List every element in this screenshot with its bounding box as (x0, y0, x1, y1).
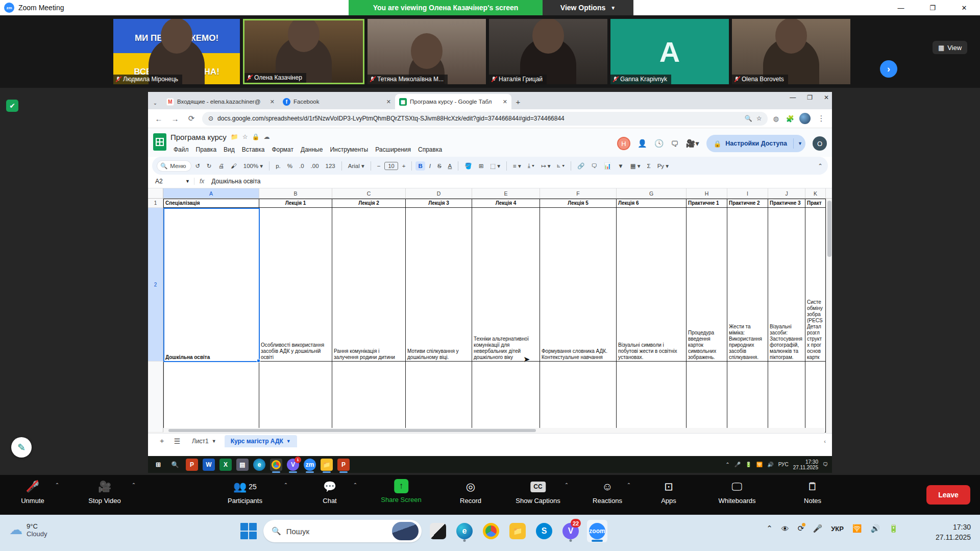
cell-i3[interactable] (727, 362, 768, 433)
participant-tile[interactable]: Тетяна Миколаївна М... (368, 19, 486, 84)
browser-restore-button[interactable]: ❐ (807, 94, 813, 101)
cell-i1[interactable]: Практичне 2 (727, 199, 768, 208)
cell-h2[interactable]: Процедура введення карток символьних зоб… (687, 208, 727, 362)
cell-e1[interactable]: Лекція 4 (472, 199, 540, 208)
search-highlight-image[interactable] (392, 522, 419, 540)
sheet-tab-list1[interactable]: Лист1 ▼ (186, 435, 223, 447)
text-color-button[interactable]: A (446, 161, 455, 171)
row-header-2[interactable]: 2 (148, 208, 163, 362)
borders-button[interactable]: ⊞ (476, 161, 486, 171)
tray-battery-icon[interactable]: 🔋 (889, 524, 898, 533)
edge-icon[interactable]: e (454, 520, 475, 542)
move-folder-icon[interactable]: 📁 (231, 133, 238, 140)
viber-icon[interactable]: V22 (560, 520, 581, 542)
cell-a3[interactable] (163, 362, 259, 433)
tray-volume-icon[interactable]: 🔊 (767, 462, 773, 467)
tab-facebook[interactable]: f Facebook ✕ (279, 94, 395, 109)
record-button[interactable]: ◎ Record (460, 479, 481, 505)
tab-sheets-active[interactable]: ▦ Програма курсу - Google Табл ✕ (395, 94, 511, 109)
cell-e3[interactable] (472, 362, 540, 433)
undo-icon[interactable]: ↺ (192, 161, 203, 171)
cell-c2[interactable]: Рання комунікація і залучення родини дит… (332, 208, 406, 362)
insert-link-button[interactable]: 🔗 (575, 161, 587, 171)
select-all-corner[interactable] (148, 188, 163, 198)
unmute-button[interactable]: 🎤 Unmute (21, 479, 44, 505)
cell-f1[interactable]: Лекція 5 (540, 199, 617, 208)
close-button[interactable]: ✕ (948, 0, 980, 15)
cell-h3[interactable] (687, 362, 727, 433)
formula-input[interactable]: Дошкільна освіта (209, 178, 260, 185)
viber-icon[interactable]: V1 (287, 459, 299, 471)
browser-profile-avatar[interactable] (799, 113, 811, 124)
cell-f3[interactable] (540, 362, 617, 433)
cell-k1[interactable]: Практ (805, 199, 826, 208)
shared-clock[interactable]: 17:30 27.11.2025 (793, 459, 818, 470)
percent-format-button[interactable]: % (285, 161, 295, 171)
participant-tile[interactable]: Olena Borovets (732, 19, 850, 84)
zoom-select[interactable]: 100% ▾ (241, 161, 265, 171)
captions-chevron[interactable]: ⌃ (565, 482, 569, 488)
reactions-button[interactable]: ☺ Reactions (593, 479, 622, 505)
tray-battery-icon[interactable]: 🔋 (745, 462, 751, 467)
shared-notifications-icon[interactable]: 🗨 (823, 462, 828, 467)
cell-d3[interactable] (406, 362, 472, 433)
cell-a1[interactable]: Спеціалізація (163, 199, 259, 208)
tray-wifi-icon[interactable]: 🛜 (852, 524, 862, 533)
print-icon[interactable]: 🖨 (216, 161, 227, 171)
cell-b2[interactable]: Особливості використання засобів АДК у д… (259, 208, 332, 362)
fill-color-button[interactable]: 🪣 (462, 161, 474, 171)
cell-a2-selected[interactable]: Дошкільна освіта (163, 208, 259, 362)
taskbar-search[interactable]: 🔍 Пошук (263, 520, 422, 542)
minimize-button[interactable]: — (885, 0, 917, 15)
site-info-icon[interactable]: ⊙ (208, 115, 213, 122)
cell-j2[interactable]: Візуальні засоби: Застосування фотографі… (768, 208, 805, 362)
tray-volume-icon[interactable]: 🔊 (871, 524, 880, 533)
bookmark-star-icon[interactable]: ☆ (756, 115, 762, 122)
bold-button[interactable]: B (415, 161, 425, 171)
font-select[interactable]: Arial ▾ (346, 161, 367, 171)
audio-options-chevron[interactable]: ⌃ (55, 482, 59, 488)
weather-widget[interactable]: ☁ 9°C Cloudy (9, 522, 47, 538)
tray-network-icon[interactable]: 🛜 (756, 462, 763, 467)
column-header-g[interactable]: G (617, 188, 687, 198)
view-options-button[interactable]: View Options ▼ (543, 0, 633, 15)
taskbar-clock[interactable]: 17:30 27.11.2025 (936, 522, 971, 542)
cell-d1[interactable]: Лекція 3 (406, 199, 472, 208)
chat-chevron[interactable]: ⌃ (353, 482, 357, 488)
participant-tile-active-speaker[interactable]: Олена Казачінер (243, 19, 364, 84)
lock-status-icon[interactable]: 🔒 (252, 133, 260, 140)
cell-k3[interactable] (805, 362, 826, 433)
file-explorer-icon[interactable]: 📁 (321, 459, 333, 471)
strikethrough-button[interactable]: S (435, 161, 444, 171)
back-icon[interactable]: ← (153, 114, 164, 123)
redo-icon[interactable]: ↻ (204, 161, 214, 171)
menu-file[interactable]: Файл (170, 145, 192, 154)
account-avatar[interactable]: O (813, 136, 827, 151)
next-participants-button[interactable]: › (880, 60, 897, 78)
vertical-scroll-thumb[interactable] (827, 201, 831, 257)
whiteboards-button[interactable]: 🖵 Whiteboards (719, 479, 756, 505)
menu-tools[interactable]: Инструменты (327, 145, 371, 154)
tray-mic-icon[interactable]: 🎤 (813, 524, 822, 533)
tray-privacy-icon[interactable]: 👁 (781, 524, 789, 533)
tab-search-icon[interactable]: ⌄ (148, 96, 162, 109)
cell-h1[interactable]: Практичне 1 (687, 199, 727, 208)
italic-button[interactable]: I (427, 161, 433, 171)
font-size-decrease[interactable]: − (375, 161, 383, 171)
language-indicator[interactable]: УКР (831, 525, 844, 533)
column-header-f[interactable]: F (540, 188, 617, 198)
column-header-k[interactable]: K (805, 188, 826, 198)
collaborator-avatar[interactable]: H (617, 137, 630, 150)
increase-decimals-button[interactable]: .00 (308, 161, 322, 171)
column-header-d[interactable]: D (406, 188, 472, 198)
cell-d2[interactable]: Мотиви спілкування у дошкільному віці. (406, 208, 472, 362)
decrease-decimals-button[interactable]: .0 (297, 161, 307, 171)
chrome-icon-active[interactable] (270, 459, 282, 471)
browser-close-button[interactable]: ✕ (824, 94, 829, 101)
participant-tile[interactable]: МИ ПЕРЕМОЖЕМО! ВСЕ БУДЕ УКРАЇНА! Людмила… (113, 19, 240, 84)
shared-search-icon[interactable]: 🔍 (169, 459, 181, 471)
stop-video-button[interactable]: 🎥 Stop Video (88, 479, 120, 505)
chat-button[interactable]: 💬 Chat (323, 479, 336, 505)
participant-tile[interactable]: Наталія Грицай (489, 19, 607, 84)
text-rotate-button[interactable]: ⦝ ▾ (555, 161, 568, 171)
